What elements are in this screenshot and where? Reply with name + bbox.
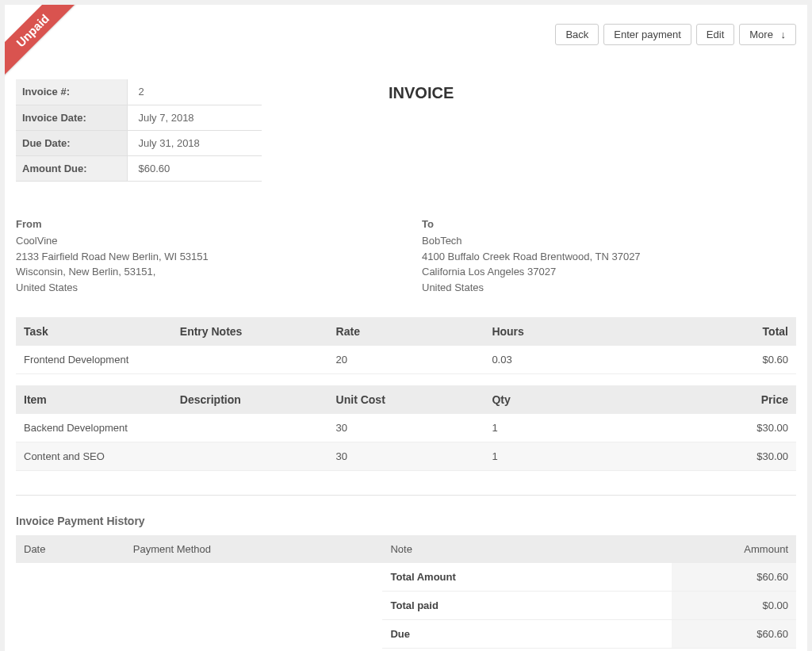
items-table: Item Description Unit Cost Qty Price Bac… — [16, 385, 796, 471]
items-col-cost: Unit Cost — [328, 385, 485, 414]
items-col-qty: Qty — [484, 385, 640, 414]
tasks-col-notes: Entry Notes — [172, 317, 328, 346]
table-row: Backend Development 30 1 $30.00 — [16, 414, 796, 442]
back-button[interactable]: Back — [555, 24, 599, 45]
to-name: BobTech — [422, 233, 796, 249]
status-ribbon: Unpaid — [5, 5, 82, 81]
page-title: INVOICE — [293, 84, 796, 182]
items-col-desc: Description — [172, 385, 328, 414]
item-cell: 30 — [328, 442, 485, 471]
divider — [16, 495, 796, 496]
more-button[interactable]: More ↓ — [739, 24, 796, 45]
task-cell: Frontend Development — [16, 346, 172, 374]
pay-col-method: Payment Method — [125, 535, 383, 563]
task-cell: 0.03 — [484, 346, 640, 374]
pay-col-amount: Ammount — [672, 535, 796, 563]
to-block: To BobTech 4100 Buffalo Creek Road Brent… — [422, 216, 796, 296]
tasks-table: Task Entry Notes Rate Hours Total Fronte… — [16, 317, 796, 374]
spacer-cell — [16, 620, 125, 649]
to-line1: 4100 Buffalo Creek Road Brentwood, TN 37… — [422, 249, 796, 265]
pay-col-note: Note — [382, 535, 671, 563]
table-row: Content and SEO 30 1 $30.00 — [16, 442, 796, 471]
invoice-date-label: Invoice Date: — [16, 105, 127, 130]
from-line1: 2133 Fairfield Road New Berlin, WI 53151 — [16, 249, 390, 265]
to-line3: United States — [422, 280, 796, 296]
total-amount-label: Total Amount — [382, 563, 671, 592]
item-cell: $30.00 — [640, 442, 796, 471]
item-cell: 1 — [484, 442, 640, 471]
spacer-cell — [125, 592, 383, 620]
spacer-cell — [125, 620, 383, 649]
due-label: Due — [382, 620, 671, 649]
payment-history-table: Date Payment Method Note Ammount Total A… — [16, 535, 796, 649]
task-cell: 20 — [328, 346, 485, 374]
invoice-number-label: Invoice #: — [16, 79, 127, 105]
summary-table: Invoice #: 2 Invoice Date: July 7, 2018 … — [16, 79, 262, 182]
tasks-col-total: Total — [640, 317, 796, 346]
items-header-row: Item Description Unit Cost Qty Price — [16, 385, 796, 414]
tasks-col-task: Task — [16, 317, 172, 346]
addresses: From CoolVine 2133 Fairfield Road New Be… — [16, 216, 796, 296]
tasks-col-hours: Hours — [484, 317, 640, 346]
amount-due-label: Amount Due: — [16, 155, 127, 181]
from-line3: United States — [16, 280, 390, 296]
from-block: From CoolVine 2133 Fairfield Road New Be… — [16, 216, 390, 296]
item-cell — [172, 414, 328, 442]
due-date-label: Due Date: — [16, 130, 127, 155]
more-button-label: More — [749, 29, 773, 40]
from-line2: Wisconsin, New Berlin, 53151, — [16, 264, 390, 280]
items-col-item: Item — [16, 385, 172, 414]
due-value: $60.60 — [672, 620, 796, 649]
total-paid-row: Total paid $0.00 — [16, 592, 796, 620]
task-cell: $0.60 — [640, 346, 796, 374]
invoice-date-value: July 7, 2018 — [127, 105, 262, 130]
from-name: CoolVine — [16, 233, 390, 249]
total-amount-row: Total Amount $60.60 — [16, 563, 796, 592]
to-label: To — [422, 216, 796, 232]
spacer-cell — [16, 592, 125, 620]
item-cell: $30.00 — [640, 414, 796, 442]
payment-history-title: Invoice Payment History — [16, 515, 796, 527]
enter-payment-button[interactable]: Enter payment — [603, 24, 691, 45]
due-date-value: July 31, 2018 — [127, 130, 262, 155]
tasks-col-rate: Rate — [328, 317, 485, 346]
invoice-page: Unpaid Back Enter payment Edit More ↓ In… — [5, 5, 807, 651]
item-cell: 1 — [484, 414, 640, 442]
spacer-cell — [125, 563, 383, 592]
from-label: From — [16, 216, 390, 232]
table-row: Frontend Development 20 0.03 $0.60 — [16, 346, 796, 374]
item-cell: Content and SEO — [16, 442, 172, 471]
chevron-down-icon: ↓ — [781, 29, 787, 40]
spacer-cell — [16, 563, 125, 592]
total-amount-value: $60.60 — [672, 563, 796, 592]
items-col-price: Price — [640, 385, 796, 414]
payment-header-row: Date Payment Method Note Ammount — [16, 535, 796, 563]
item-cell: 30 — [328, 414, 485, 442]
to-line2: California Los Angeles 37027 — [422, 264, 796, 280]
task-cell — [172, 346, 328, 374]
due-row: Due $60.60 — [16, 620, 796, 649]
tasks-header-row: Task Entry Notes Rate Hours Total — [16, 317, 796, 346]
amount-due-value: $60.60 — [127, 155, 262, 181]
invoice-number-value: 2 — [127, 79, 262, 105]
pay-col-date: Date — [16, 535, 125, 563]
item-cell — [172, 442, 328, 471]
header-area: Invoice #: 2 Invoice Date: July 7, 2018 … — [16, 79, 796, 182]
total-paid-label: Total paid — [382, 592, 671, 620]
toolbar: Back Enter payment Edit More ↓ — [555, 24, 796, 45]
item-cell: Backend Development — [16, 414, 172, 442]
total-paid-value: $0.00 — [672, 592, 796, 620]
edit-button[interactable]: Edit — [696, 24, 734, 45]
